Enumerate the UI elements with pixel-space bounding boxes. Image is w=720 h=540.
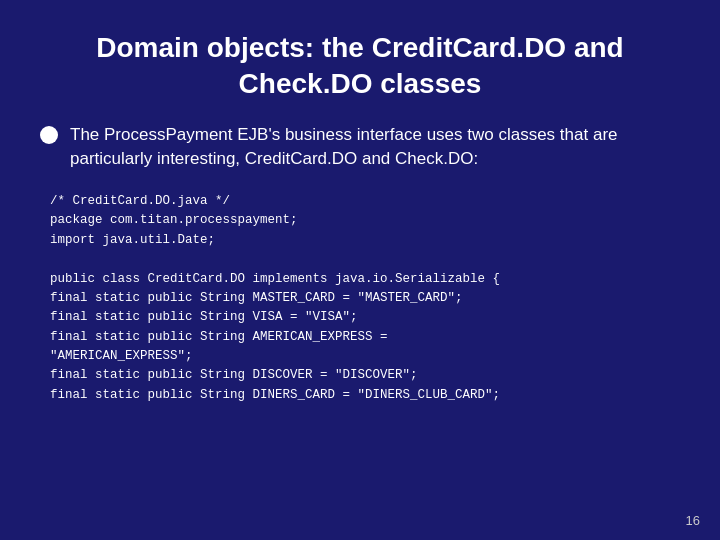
slide-title: Domain objects: the CreditCard.DO and Ch… <box>40 30 680 103</box>
code-line1: package com.titan.processpayment; <box>50 211 670 230</box>
bullet-point: The ProcessPayment EJB's business interf… <box>40 123 680 172</box>
code-comment: /* CreditCard.DO.java */ <box>50 192 670 211</box>
code-line4: final static public String MASTER_CARD =… <box>50 289 670 308</box>
title-line1: Domain objects: the CreditCard.DO and <box>96 32 623 63</box>
code-block: /* CreditCard.DO.java */ package com.tit… <box>40 192 680 405</box>
bullet-icon <box>40 126 58 144</box>
bullet-text: The ProcessPayment EJB's business interf… <box>70 123 680 172</box>
title-line2: Check.DO classes <box>239 68 482 99</box>
page-number: 16 <box>686 513 700 528</box>
code-line7: "AMERICAN_EXPRESS"; <box>50 347 670 366</box>
code-line5: final static public String VISA = "VISA"… <box>50 308 670 327</box>
slide-container: Domain objects: the CreditCard.DO and Ch… <box>0 0 720 540</box>
code-line3: public class CreditCard.DO implements ja… <box>50 270 670 289</box>
code-line6: final static public String AMERICAN_EXPR… <box>50 328 670 347</box>
title-section: Domain objects: the CreditCard.DO and Ch… <box>40 30 680 103</box>
content-section: The ProcessPayment EJB's business interf… <box>40 123 680 520</box>
code-line9: final static public String DINERS_CARD =… <box>50 386 670 405</box>
code-line8: final static public String DISCOVER = "D… <box>50 366 670 385</box>
code-line2: import java.util.Date; <box>50 231 670 250</box>
code-blank <box>50 250 670 269</box>
